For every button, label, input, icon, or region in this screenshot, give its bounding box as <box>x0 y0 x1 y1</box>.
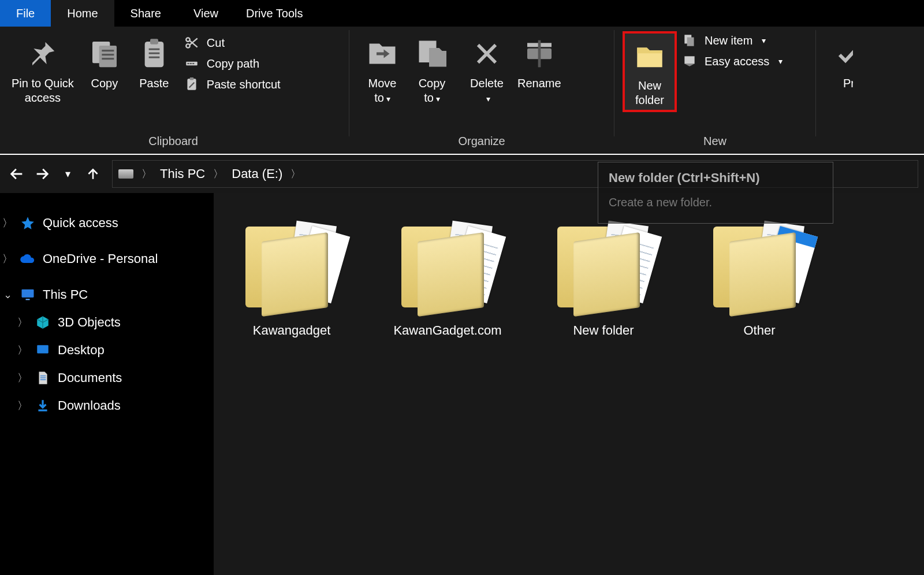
easy-access-button[interactable]: Easy access▾ <box>681 53 783 69</box>
delete-button[interactable]: Delete▾ <box>462 31 512 107</box>
document-icon <box>35 370 51 386</box>
chevron-right-icon: 〉 <box>17 371 28 385</box>
chevron-right-icon: 〉 <box>290 167 301 181</box>
svg-rect-17 <box>190 77 194 80</box>
svg-rect-9 <box>148 57 159 58</box>
svg-rect-27 <box>40 376 46 377</box>
svg-rect-8 <box>148 53 159 54</box>
copy-button[interactable]: Copy <box>80 31 129 93</box>
nav-back-button[interactable] <box>6 163 28 185</box>
chevron-right-icon: 〉 <box>17 343 28 357</box>
sidebar-this-pc[interactable]: ⌄ This PC <box>0 281 214 309</box>
download-icon <box>35 398 51 414</box>
tooltip-body: Create a new folder. <box>609 196 822 209</box>
folder-item[interactable]: New folder <box>543 216 664 339</box>
sidebar-onedrive[interactable]: 〉 OneDrive - Personal <box>0 245 214 273</box>
ribbon: Pin to Quick access Copy Paste <box>0 27 924 154</box>
separator <box>349 30 349 136</box>
svg-rect-5 <box>144 42 163 67</box>
cut-button[interactable]: Cut <box>184 35 281 51</box>
chevron-right-icon: 〉 <box>213 167 223 181</box>
breadcrumb-drive[interactable]: Data (E:) <box>232 166 282 181</box>
properties-button[interactable]: Pr <box>824 31 853 93</box>
copy-path-icon <box>184 55 200 72</box>
chevron-right-icon: 〉 <box>2 216 13 230</box>
cube-icon <box>35 314 51 331</box>
drive-icon <box>118 169 133 179</box>
paste-button[interactable]: Paste <box>129 31 179 93</box>
item-label: New folder <box>573 322 634 339</box>
folder-item[interactable]: Kawangadget <box>231 216 352 339</box>
svg-rect-14 <box>190 63 192 64</box>
group-new: New folder New item▾ Easy access▾ New <box>617 27 813 154</box>
copy-icon <box>85 35 124 73</box>
star-icon <box>20 215 36 231</box>
svg-rect-7 <box>148 49 159 50</box>
group-label-organize: Organize <box>357 135 606 150</box>
separator <box>815 30 816 136</box>
nav-history-button[interactable]: ▾ <box>57 163 79 185</box>
new-item-button[interactable]: New item▾ <box>681 32 783 49</box>
svg-rect-29 <box>40 379 46 380</box>
svg-rect-1 <box>99 46 116 67</box>
folder-icon <box>557 216 650 314</box>
sidebar-desktop[interactable]: 〉 Desktop <box>0 336 214 364</box>
new-item-icon <box>681 32 698 49</box>
nav-forward-button[interactable] <box>31 163 53 185</box>
checkmark-icon <box>830 35 853 73</box>
folder-item[interactable]: KawanGadget.com <box>387 216 508 339</box>
folder-icon <box>245 216 338 314</box>
scissors-icon <box>184 35 200 51</box>
folder-item[interactable]: Other <box>699 216 820 339</box>
chevron-right-icon: 〉 <box>17 399 28 413</box>
new-folder-tooltip: New folder (Ctrl+Shift+N) Create a new f… <box>598 162 833 224</box>
nav-up-button[interactable] <box>82 163 104 185</box>
svg-rect-2 <box>102 50 114 51</box>
copy-to-button[interactable]: Copy to▾ <box>407 31 457 107</box>
sidebar-downloads[interactable]: 〉 Downloads <box>0 392 214 420</box>
items-view[interactable]: Kawangadget KawanGadget.com New folder O… <box>214 193 924 575</box>
new-folder-button[interactable]: New folder <box>623 31 677 112</box>
item-label: Kawangadget <box>253 322 331 339</box>
navigation-pane: 〉 Quick access 〉 OneDrive - Personal ⌄ T… <box>0 193 214 575</box>
pin-icon <box>24 35 62 73</box>
chevron-right-icon: 〉 <box>17 316 28 329</box>
rename-button[interactable]: Rename <box>512 31 567 93</box>
sidebar-3d-objects[interactable]: 〉 3D Objects <box>0 309 214 336</box>
move-to-icon <box>363 35 401 73</box>
paste-shortcut-icon <box>184 76 200 92</box>
tab-file[interactable]: File <box>0 0 51 27</box>
svg-rect-26 <box>37 345 49 353</box>
breadcrumb-this-pc[interactable]: This PC <box>160 166 205 181</box>
tooltip-title: New folder (Ctrl+Shift+N) <box>609 170 822 186</box>
tab-view[interactable]: View <box>177 0 234 27</box>
group-properties-partial: Pr <box>818 27 853 154</box>
paste-shortcut-button[interactable]: Paste shortcut <box>184 76 281 92</box>
group-clipboard: Pin to Quick access Copy Paste <box>0 27 346 154</box>
desktop-icon <box>35 342 51 358</box>
svg-rect-25 <box>26 299 30 300</box>
svg-rect-22 <box>687 38 694 46</box>
pin-to-quick-access-button[interactable]: Pin to Quick access <box>6 31 80 107</box>
separator <box>614 30 614 136</box>
chevron-right-icon: 〉 <box>141 167 152 181</box>
chevron-down-icon: ⌄ <box>2 288 13 301</box>
tab-drive-tools[interactable]: Drive Tools <box>246 0 303 27</box>
monitor-icon <box>20 287 36 303</box>
sidebar-quick-access[interactable]: 〉 Quick access <box>0 209 214 237</box>
svg-rect-30 <box>38 410 47 411</box>
sidebar-documents[interactable]: 〉 Documents <box>0 364 214 392</box>
svg-rect-6 <box>150 39 158 44</box>
easy-access-icon <box>681 53 698 69</box>
svg-rect-3 <box>102 54 114 55</box>
rename-icon <box>520 35 558 73</box>
group-label-new: New <box>623 135 807 150</box>
copy-path-button[interactable]: Copy path <box>184 55 281 72</box>
tab-share[interactable]: Share <box>114 0 177 27</box>
group-label-clipboard: Clipboard <box>6 135 341 150</box>
tab-home[interactable]: Home <box>51 0 114 27</box>
ribbon-tabs: File Home Share View Drive Tools <box>0 0 924 27</box>
move-to-button[interactable]: Move to▾ <box>357 31 407 107</box>
copy-to-icon <box>413 35 451 73</box>
svg-rect-15 <box>192 63 194 64</box>
